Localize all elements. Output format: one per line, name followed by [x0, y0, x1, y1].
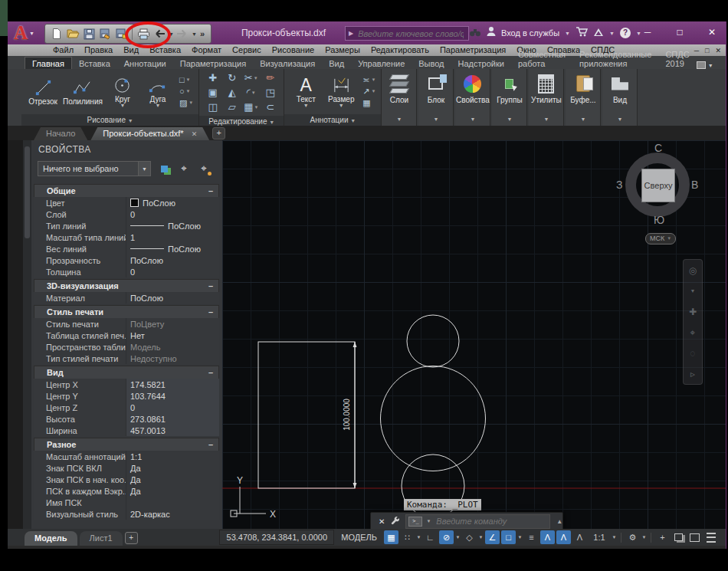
text-button[interactable]: AТекст▼ — [288, 76, 323, 108]
crosshair-icon[interactable]: + — [655, 530, 670, 544]
property-value[interactable]: 1 — [126, 231, 219, 243]
selection-dropdown[interactable]: Ничего не выбрано▼ — [38, 161, 151, 176]
help-search-box[interactable]: ▶ — [345, 26, 469, 41]
grid-icon[interactable]: ▦ — [384, 530, 398, 544]
collapse-icon[interactable]: – — [208, 440, 213, 449]
polar-tracking-icon-dropdown[interactable]: ▼ — [455, 535, 461, 540]
property-value[interactable]: 0 — [126, 208, 219, 220]
polyline-button[interactable]: Полилиния — [61, 78, 105, 106]
clean-screen-icon[interactable] — [687, 530, 702, 544]
menu-item[interactable]: Вставка — [144, 44, 186, 56]
property-value[interactable]: 273.0861 — [126, 413, 219, 425]
mdi-restore-icon[interactable]: □ — [705, 47, 709, 54]
panel-tile-groups[interactable]: Группы▼ — [492, 69, 527, 126]
ribbon-tab[interactable]: СПДС 2019 — [658, 48, 696, 69]
print-button[interactable] — [136, 26, 150, 41]
property-value[interactable]: Нет — [126, 330, 219, 341]
chevron-down-icon[interactable]: ▼ — [339, 103, 344, 108]
annotation-scale-person-icon[interactable]: Λ — [572, 530, 587, 544]
collapse-icon[interactable]: – — [208, 281, 213, 290]
annotation-visibility-icon[interactable]: Λ — [540, 530, 555, 544]
select-objects-icon[interactable]: ⌖ — [177, 162, 191, 176]
mdi-close-icon[interactable]: ✕ — [715, 47, 721, 54]
section-header[interactable]: 3D-визуализация– — [34, 279, 219, 292]
menu-item[interactable]: Рисование — [267, 44, 320, 56]
chevron-down-icon[interactable]: ▼ — [155, 103, 160, 108]
ellipse-icon[interactable]: ○▼ — [179, 87, 193, 97]
chevron-down-icon[interactable]: ▼ — [580, 116, 585, 126]
sign-in-button[interactable]: Вход в службы — [501, 28, 559, 38]
ribbon-tab[interactable]: Вставка — [72, 57, 117, 69]
view-cube[interactable]: Сверху С В Ю З — [625, 153, 690, 217]
property-value[interactable]: ПоСлою — [126, 197, 219, 208]
view-cube-west[interactable]: З — [616, 179, 622, 191]
property-value[interactable]: 2D-каркас — [126, 508, 219, 520]
a360-dropdown-icon[interactable]: ▼ — [609, 31, 615, 36]
offset-icon[interactable]: ⊂ — [261, 101, 280, 113]
chevron-down-icon[interactable]: ▼ — [189, 98, 193, 108]
zoom-icon[interactable]: ⌖ — [690, 328, 696, 337]
model-space-button[interactable]: МОДЕЛЬ — [336, 533, 382, 542]
array-icon[interactable]: ▦▼ — [241, 101, 261, 113]
chevron-down-icon[interactable]: ▼ — [254, 105, 258, 110]
navigation-bar[interactable]: ◎ ▼ ✚ ⌖ ◌ ▹ — [683, 259, 703, 385]
property-value[interactable]: ПоСлою — [126, 254, 219, 266]
new-layout-button[interactable]: + — [125, 532, 138, 544]
chevron-down-icon[interactable]: ▼ — [371, 75, 375, 85]
chevron-down-icon[interactable]: ▼ — [186, 75, 191, 85]
property-value[interactable]: Да — [126, 462, 219, 474]
panel-title-draw[interactable]: Рисование ▼ — [21, 114, 198, 126]
chevron-down-icon[interactable]: ▼ — [251, 90, 256, 95]
close-button[interactable]: ✕ — [706, 27, 718, 38]
annotation-scale-button[interactable]: 1:1 — [589, 530, 610, 544]
chevron-down-icon[interactable]: ▼ — [426, 519, 431, 523]
property-value[interactable]: 0 — [126, 402, 219, 413]
ucs-badge[interactable]: МСК▼ — [645, 233, 676, 244]
ribbon-tab[interactable]: Главная — [25, 57, 72, 69]
chevron-down-icon[interactable]: ▼ — [543, 116, 549, 126]
panel-tile-view[interactable]: Вид▼ — [602, 69, 638, 126]
collapse-icon[interactable]: – — [208, 307, 213, 317]
property-value[interactable]: ПоСлою — [126, 292, 219, 304]
ribbon-tab[interactable]: Совместная работа — [511, 48, 572, 69]
file-tab-active[interactable]: Прокси-объекты.dxf*✕ — [90, 127, 209, 140]
showmotion-icon[interactable]: ▹ — [690, 369, 695, 379]
annotation-autoscale-icon[interactable]: Λ — [556, 530, 571, 544]
osnap-tracking-icon[interactable]: ∠ — [485, 530, 500, 544]
panel-tile-utilities[interactable]: Утилиты▼ — [529, 69, 564, 126]
hatch-icon[interactable]: ▨▼ — [179, 98, 193, 108]
property-value[interactable]: 174.5821 — [126, 379, 219, 390]
customize-wrench-icon[interactable] — [388, 517, 403, 526]
property-value[interactable]: Недоступно — [126, 353, 219, 364]
menu-item[interactable]: Файл — [48, 44, 79, 56]
menu-item[interactable]: Редактировать — [366, 44, 435, 56]
collapse-icon[interactable]: – — [208, 368, 213, 377]
rectangle-object[interactable] — [258, 342, 355, 488]
rotate-icon[interactable]: ↻ — [222, 72, 241, 84]
new-tab-button[interactable]: + — [212, 127, 225, 139]
undo-dropdown-icon[interactable]: ▼ — [169, 31, 173, 37]
polar-tracking-icon[interactable]: ⊘ — [439, 530, 454, 544]
chevron-down-icon[interactable]: ▼ — [470, 116, 475, 126]
isodraft-icon[interactable]: ◇ — [462, 530, 477, 544]
chevron-down-icon[interactable]: ▼ — [303, 103, 309, 108]
layout-tab-list1[interactable]: Лист1 — [80, 531, 123, 546]
ribbon-tab[interactable]: Надстройки — [451, 57, 511, 69]
chevron-down-icon[interactable]: ▼ — [254, 76, 258, 80]
panel-tile-properties[interactable]: Свойства▼ — [455, 69, 490, 126]
section-header[interactable]: Разное– — [34, 438, 219, 451]
section-header[interactable]: Стиль печати– — [34, 305, 219, 318]
section-header[interactable]: Общие– — [34, 184, 219, 197]
linear-dimension-icon[interactable]: ≍▼ — [362, 75, 375, 85]
menu-item[interactable]: Формат — [186, 44, 227, 56]
redo-dropdown-icon[interactable]: ▼ — [192, 31, 196, 37]
menu-item[interactable]: Вид — [118, 44, 144, 56]
chevron-down-icon[interactable]: ▼ — [433, 116, 438, 126]
search-go-icon[interactable]: ▶ — [349, 30, 353, 37]
ribbon-tab[interactable]: Рекомендованные приложения — [572, 48, 658, 69]
circle-small[interactable] — [407, 315, 459, 367]
view-cube-south[interactable]: Ю — [654, 214, 664, 226]
panel-tile-clipboard[interactable]: Буфе...▼ — [566, 69, 601, 126]
property-value[interactable]: 457.0013 — [126, 425, 219, 436]
chevron-down-icon[interactable]: ▼ — [617, 116, 622, 126]
